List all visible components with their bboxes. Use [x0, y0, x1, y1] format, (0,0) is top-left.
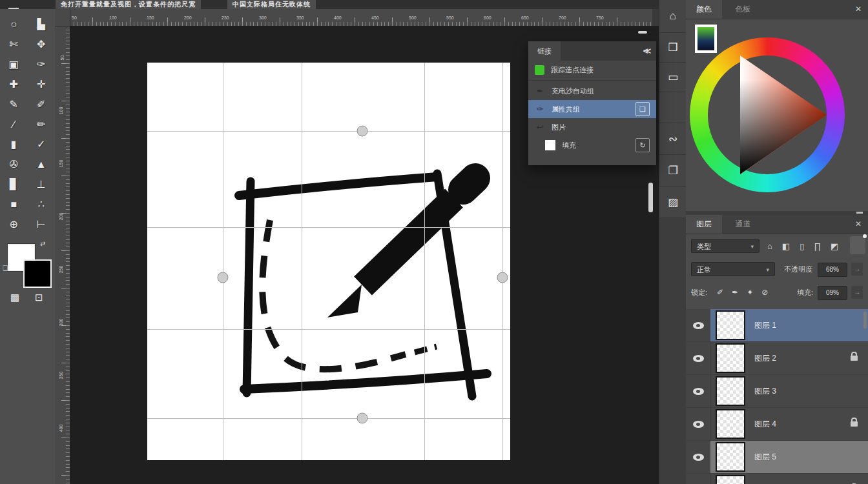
- layer-content[interactable]: 图层 2: [710, 342, 868, 374]
- visibility-cell[interactable]: [686, 474, 711, 484]
- layer-content[interactable]: 图层 1: [710, 309, 868, 341]
- tab-swatches[interactable]: 色板: [725, 0, 761, 19]
- wand-tool[interactable]: ✥: [28, 34, 56, 54]
- pencil-tool[interactable]: ✐: [28, 94, 56, 114]
- blur-tool[interactable]: ✇: [0, 154, 28, 174]
- visibility-cell[interactable]: [686, 342, 711, 374]
- dodge-tool[interactable]: ▲: [28, 154, 56, 174]
- tab-color[interactable]: 颜色: [686, 0, 722, 19]
- filter-toggle-button[interactable]: [850, 236, 865, 254]
- hue-wheel[interactable]: [690, 37, 845, 192]
- panel-resize-grip[interactable]: [856, 212, 863, 214]
- layer-row[interactable]: 图层 1: [686, 309, 868, 342]
- pen-tool[interactable]: ▊: [0, 174, 28, 194]
- visibility-cell[interactable]: [686, 408, 711, 440]
- filter-smart-objects-icon[interactable]: ◩: [831, 241, 838, 251]
- blend-mode-dropdown[interactable]: 正常 ▾: [691, 262, 775, 276]
- layer-content[interactable]: 图层 3: [710, 375, 868, 407]
- brush-tool[interactable]: ✎: [0, 94, 28, 114]
- layer-thumbnail[interactable]: [716, 343, 745, 373]
- quick-mask-icon[interactable]: ▩: [10, 292, 19, 303]
- background-color-swatch[interactable]: [23, 259, 52, 288]
- strip-item-image[interactable]: ▨: [659, 187, 687, 218]
- swap-colors-icon[interactable]: ⇄: [40, 240, 45, 247]
- marquee-tool[interactable]: ○: [0, 14, 28, 34]
- transform-handle-top[interactable]: [357, 126, 368, 137]
- layer-row[interactable]: 图层 4: [686, 408, 868, 441]
- zoom-tool[interactable]: ⊢: [28, 214, 56, 234]
- panel-title[interactable]: 链接: [528, 41, 561, 61]
- history-brush-tool[interactable]: ✏: [28, 114, 56, 134]
- slice-tool[interactable]: ✛: [28, 74, 56, 94]
- transform-handle-bottom[interactable]: [357, 413, 368, 424]
- fill-row-button[interactable]: ↻: [636, 138, 650, 152]
- visibility-cell[interactable]: [686, 309, 711, 341]
- transform-handle-left[interactable]: [218, 272, 229, 283]
- eyedropper-tool[interactable]: ✑: [28, 54, 56, 74]
- collapse-panel-icon[interactable]: ≪: [643, 41, 651, 61]
- shared-props-row-button[interactable]: ❏: [636, 102, 650, 116]
- fill-more-icon[interactable]: →: [851, 286, 863, 299]
- default-colors-icon[interactable]: ❏: [3, 265, 8, 272]
- tracking-row[interactable]: 跟踪选点连接: [528, 61, 656, 79]
- layer-row[interactable]: 图层 3: [686, 375, 868, 408]
- hand-tool[interactable]: ⊕: [0, 214, 28, 234]
- eye-icon[interactable]: [693, 454, 704, 461]
- layer-content[interactable]: 图层 4: [710, 408, 868, 440]
- opacity-more-icon[interactable]: →: [851, 263, 863, 276]
- crop-tool[interactable]: ▣: [0, 54, 28, 74]
- filter-shape-layers-icon[interactable]: ∏: [814, 241, 821, 251]
- lock-position-icon[interactable]: ✦: [747, 288, 753, 297]
- fill-row[interactable]: 填充↻: [528, 136, 656, 154]
- visibility-cell[interactable]: [686, 441, 711, 473]
- opacity-value[interactable]: 68%: [818, 263, 847, 277]
- eye-icon[interactable]: [693, 421, 704, 428]
- canvas-scrollbar-vertical[interactable]: [648, 183, 653, 212]
- close-icon[interactable]: ✕: [855, 215, 862, 234]
- layer-thumbnail[interactable]: [716, 376, 745, 406]
- lock-pixels-icon[interactable]: ✒: [732, 288, 738, 297]
- path-tool[interactable]: ∴: [28, 194, 56, 214]
- shape-tool[interactable]: ■: [0, 194, 28, 214]
- close-icon[interactable]: ✕: [855, 0, 862, 19]
- filter-type-layers-icon[interactable]: ▯: [800, 241, 804, 251]
- lock-transparent-icon[interactable]: ✐: [717, 288, 723, 297]
- fill-value[interactable]: 09%: [818, 286, 847, 300]
- layer-content[interactable]: 图层 5: [710, 441, 868, 473]
- auto-fill-row[interactable]: ✒充电沙自动组: [528, 82, 656, 100]
- layer-row[interactable]: 图层 5: [686, 441, 868, 474]
- panel-title-bar[interactable]: 链接 ≪: [528, 41, 656, 61]
- lasso-tool[interactable]: ✄: [0, 34, 28, 54]
- visibility-cell[interactable]: [686, 375, 711, 407]
- layer-row[interactable]: 图层 2: [686, 342, 868, 375]
- eye-icon[interactable]: [693, 388, 704, 395]
- layer-row[interactable]: 背景: [686, 474, 868, 484]
- transform-handle-right[interactable]: [497, 272, 508, 283]
- move-tool[interactable]: ▙: [28, 14, 56, 34]
- filter-pixel-layers-icon[interactable]: ⌂: [767, 241, 772, 251]
- eye-icon[interactable]: [693, 322, 704, 329]
- eraser-tool[interactable]: ▮: [0, 134, 28, 154]
- image-row[interactable]: ↩图片: [528, 118, 656, 136]
- strip-item-shapes[interactable]: ❒: [659, 33, 687, 63]
- canvas-scrollbar-horizontal[interactable]: [638, 31, 647, 34]
- layer-content[interactable]: 背景: [710, 474, 868, 484]
- layer-filter-type-dropdown[interactable]: 类型 ▾: [691, 239, 760, 253]
- type-tool[interactable]: ⊥: [28, 174, 56, 194]
- layer-thumbnail[interactable]: [716, 409, 745, 439]
- strip-item-stack[interactable]: ❐: [659, 155, 687, 187]
- gradient-tool[interactable]: ✓: [28, 134, 56, 154]
- strip-item-link[interactable]: ∾: [659, 123, 687, 155]
- saturation-triangle[interactable]: [690, 37, 845, 192]
- layers-scrollbar[interactable]: [863, 312, 867, 328]
- eye-icon[interactable]: [693, 355, 704, 362]
- strip-item-home[interactable]: ⌂: [659, 0, 687, 33]
- clone-tool[interactable]: ∕: [0, 114, 28, 134]
- layer-thumbnail[interactable]: [716, 310, 745, 340]
- strip-item-frame[interactable]: ▭: [659, 63, 687, 92]
- screen-mode-icon[interactable]: ⊡: [35, 292, 43, 303]
- filter-adjustment-layers-icon[interactable]: ◧: [782, 241, 790, 251]
- layer-thumbnail[interactable]: [716, 475, 745, 484]
- heal-tool[interactable]: ✚: [0, 74, 28, 94]
- tab-channels[interactable]: 通道: [725, 215, 761, 234]
